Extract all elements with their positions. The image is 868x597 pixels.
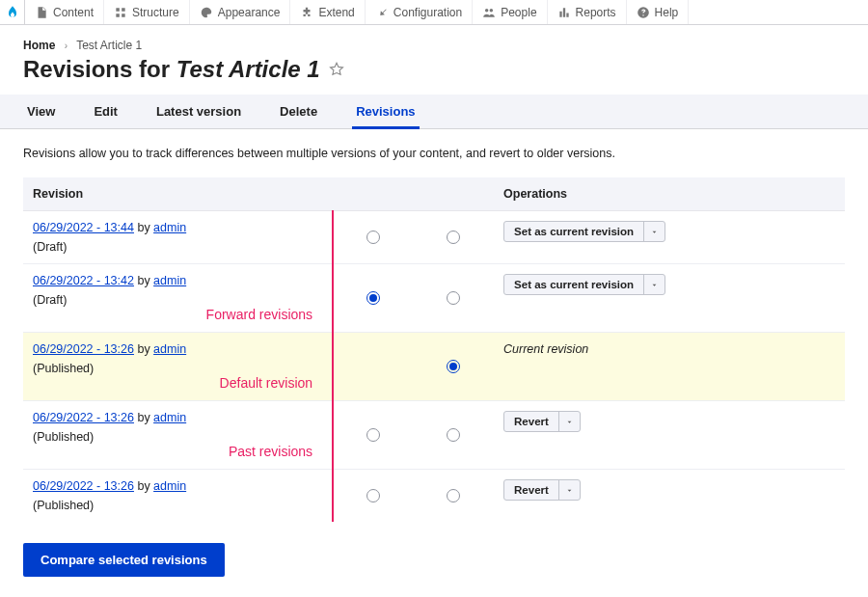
toolbar-item-help[interactable]: Help [627,0,690,24]
revision-author-link[interactable]: admin [153,342,186,356]
dropbutton-label[interactable]: Set as current revision [504,222,643,241]
col-header-revision: Revision [23,177,333,211]
revision-author-link[interactable]: admin [153,479,186,493]
toolbar-label: People [501,6,536,19]
table-row: 06/29/2022 - 13:44 by admin(Draft)Set as… [23,211,845,264]
radio-cell-a [333,333,413,401]
radio-cell-a [333,264,413,333]
revision-cell: 06/29/2022 - 13:42 by admin(Draft)Forwar… [23,264,333,333]
operations-cell: Current revision [494,333,845,401]
toolbar-item-structure[interactable]: Structure [104,0,190,24]
toolbar-label: Help [655,6,679,19]
revisions-table: Revision Operations 06/29/2022 - 13:44 b… [23,177,845,522]
dropbutton-label[interactable]: Revert [504,480,558,500]
compare-radio-b[interactable] [447,489,460,502]
by-label: by [134,411,153,424]
breadcrumb: Home › Test Article 1 [0,25,868,52]
breadcrumb-home[interactable]: Home [23,39,55,52]
toolbar-item-people[interactable]: People [473,0,547,24]
col-header-operations: Operations [494,177,845,211]
revision-date-link[interactable]: 06/29/2022 - 13:26 [33,479,134,493]
set-current-dropbutton[interactable]: Set as current revision [503,274,665,295]
annotation-label: Default revision [33,375,322,391]
compare-radio-a[interactable] [366,489,380,502]
revision-cell: 06/29/2022 - 13:44 by admin(Draft) [23,211,333,264]
revision-status: (Published) [33,499,322,512]
title-subject: Test Article 1 [176,56,320,82]
compare-radio-b[interactable] [447,291,460,305]
tab-view[interactable]: View [23,95,59,128]
operations-cell: Set as current revision [494,211,845,264]
help-text: Revisions allow you to track differences… [23,147,845,160]
current-revision-label: Current revision [503,342,588,356]
tab-edit[interactable]: Edit [90,95,122,128]
compare-button[interactable]: Compare selected revisions [23,543,225,577]
by-label: by [134,342,153,356]
chevron-down-icon[interactable] [558,480,580,500]
chevron-down-icon[interactable] [643,222,665,241]
toolbar-label: Appearance [218,6,281,19]
by-label: by [134,479,153,493]
star-outline-icon[interactable] [328,61,345,78]
chevron-right-icon: › [65,41,68,51]
radio-cell-b [414,401,494,470]
tab-latest-version[interactable]: Latest version [152,95,245,128]
toolbar-item-reports[interactable]: Reports [548,0,627,24]
table-row: 06/29/2022 - 13:26 by admin(Published)Pa… [23,401,845,470]
revision-cell: 06/29/2022 - 13:26 by admin(Published)De… [23,333,333,401]
breadcrumb-current: Test Article 1 [76,39,142,52]
toolbar-item-configuration[interactable]: Configuration [366,0,473,24]
compare-radio-a[interactable] [366,428,380,442]
radio-cell-a [333,470,413,523]
radio-cell-a [333,401,413,470]
chevron-down-icon[interactable] [558,412,580,431]
col-header-radio-a [333,177,413,211]
toolbar-label: Configuration [393,6,462,19]
chevron-down-icon[interactable] [643,275,665,294]
toolbar-item-appearance[interactable]: Appearance [190,0,291,24]
radio-cell-a [333,211,413,264]
content-region: Revisions allow you to track differences… [0,129,868,597]
annotation-label: Past revisions [33,444,322,459]
title-prefix: Revisions for [23,56,176,82]
radio-cell-b [414,470,494,523]
revision-status: (Draft) [33,293,322,307]
revision-date-link[interactable]: 06/29/2022 - 13:42 [33,274,134,287]
tab-revisions[interactable]: Revisions [352,95,419,128]
toolbar-label: Content [53,6,94,19]
revision-author-link[interactable]: admin [153,274,186,287]
revision-date-link[interactable]: 06/29/2022 - 13:26 [33,411,134,424]
revision-cell: 06/29/2022 - 13:26 by admin(Published)Pa… [23,401,333,470]
compare-radio-a[interactable] [366,231,380,244]
toolbar-label: Reports [576,6,616,19]
revision-author-link[interactable]: admin [153,411,186,424]
by-label: by [134,221,153,234]
page-title: Revisions for Test Article 1 [0,52,868,95]
compare-radio-b[interactable] [447,428,460,442]
operations-cell: Revert [494,470,845,523]
tab-delete[interactable]: Delete [276,95,321,128]
by-label: by [134,274,153,287]
toolbar-item-extend[interactable]: Extend [290,0,365,24]
toolbar-item-content[interactable]: Content [25,0,104,24]
toolbar-label: Extend [318,6,354,19]
revision-date-link[interactable]: 06/29/2022 - 13:44 [33,221,134,234]
revision-status: (Published) [33,362,322,375]
dropbutton-label[interactable]: Revert [504,412,558,431]
table-row: 06/29/2022 - 13:26 by admin(Published)De… [23,333,845,401]
revert-dropbutton[interactable]: Revert [503,479,581,501]
set-current-dropbutton[interactable]: Set as current revision [503,221,665,242]
local-tasks: View Edit Latest version Delete Revision… [0,95,868,129]
revision-author-link[interactable]: admin [153,221,186,234]
revision-date-link[interactable]: 06/29/2022 - 13:26 [33,342,134,356]
radio-cell-b [414,264,494,333]
dropbutton-label[interactable]: Set as current revision [504,275,643,294]
table-row: 06/29/2022 - 13:26 by admin(Published)Re… [23,470,845,523]
toolbar-label: Structure [132,6,179,19]
compare-radio-b[interactable] [447,231,460,244]
revert-dropbutton[interactable]: Revert [503,411,581,432]
compare-radio-a[interactable] [366,291,380,305]
compare-radio-b[interactable] [447,360,460,373]
drupal-logo-icon[interactable] [0,0,25,24]
col-header-radio-b [414,177,494,211]
